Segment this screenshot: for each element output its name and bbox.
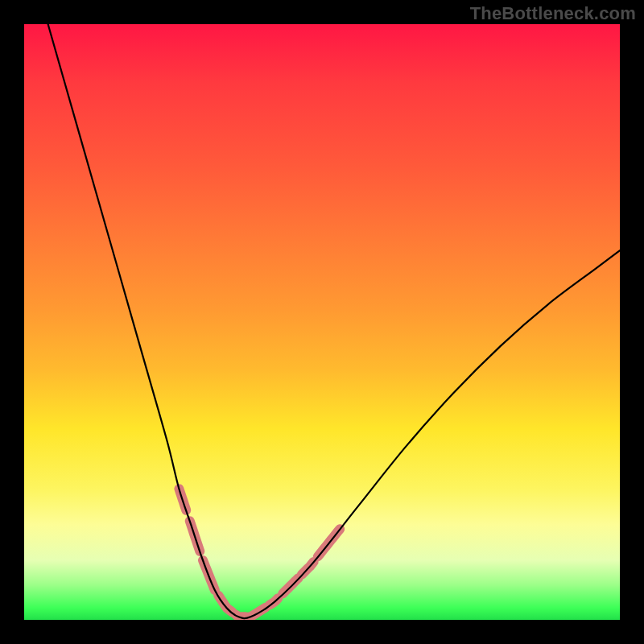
- chart-frame: TheBottleneck.com: [0, 0, 644, 644]
- highlight-segment: [318, 529, 340, 556]
- plot-area: [24, 24, 620, 620]
- highlight-segment: [218, 596, 233, 613]
- highlight-segment: [236, 615, 246, 617]
- curve-layer: [24, 24, 620, 620]
- bottleneck-curve: [48, 24, 620, 618]
- highlight-segments: [179, 489, 340, 617]
- highlight-segment: [190, 521, 200, 551]
- highlight-segment: [203, 560, 215, 590]
- highlight-segment: [250, 608, 266, 617]
- highlight-segment: [283, 578, 298, 593]
- highlight-segment: [179, 489, 186, 510]
- highlight-segment: [302, 562, 314, 575]
- highlight-segment: [270, 598, 278, 605]
- watermark-text: TheBottleneck.com: [470, 3, 636, 24]
